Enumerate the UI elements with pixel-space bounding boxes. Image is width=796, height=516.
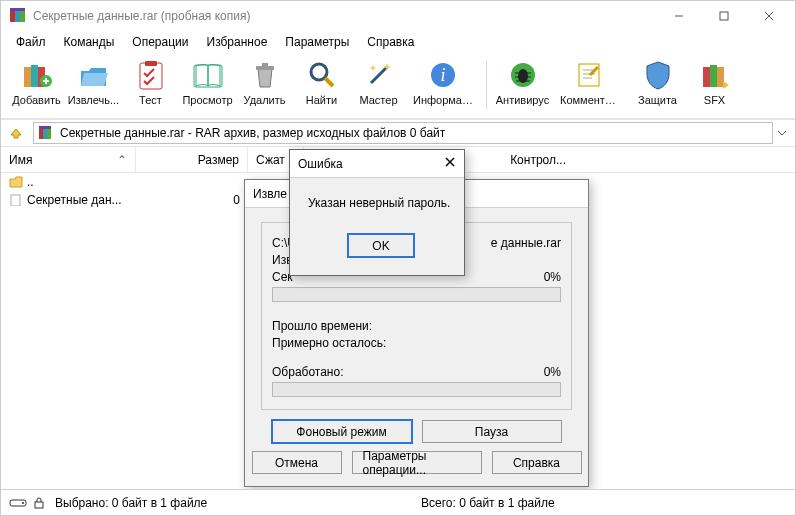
tool-view[interactable]: Просмотр <box>180 57 235 108</box>
svg-rect-12 <box>140 63 162 89</box>
tool-info-label: Информация <box>413 94 473 106</box>
column-name[interactable]: Имя⌃ <box>1 147 136 172</box>
tool-comment-label: Комментарий <box>560 94 620 106</box>
wand-icon <box>363 59 395 91</box>
books-icon <box>21 59 53 91</box>
svg-rect-8 <box>24 67 31 87</box>
statusbar: Выбрано: 0 байт в 1 файле Всего: 0 байт … <box>1 489 795 515</box>
tool-wizard[interactable]: Мастер <box>351 57 406 108</box>
error-close-button[interactable] <box>444 156 456 171</box>
up-arrow-icon <box>9 126 23 140</box>
addressbar: Секретные данные.rar - RAR архив, размер… <box>1 119 795 147</box>
svg-rect-37 <box>47 128 51 139</box>
total-progress-bar <box>272 382 561 397</box>
address-dropdown[interactable] <box>773 130 791 136</box>
info-icon: i <box>427 59 459 91</box>
status-icons <box>9 497 45 509</box>
error-ok-button[interactable]: OK <box>348 234 414 257</box>
tool-comment[interactable]: Комментарий <box>552 57 628 108</box>
checklist-icon <box>135 59 167 91</box>
svg-rect-1 <box>15 10 20 22</box>
drive-icon <box>9 497 27 509</box>
menu-operations[interactable]: Операции <box>123 33 197 51</box>
tool-extract-label: Извлечь... <box>68 94 119 106</box>
close-button[interactable] <box>746 2 791 30</box>
svg-rect-5 <box>720 12 728 20</box>
mode-button[interactable]: Параметры операции... <box>352 451 482 474</box>
svg-rect-36 <box>43 128 47 139</box>
error-dialog-titlebar[interactable]: Ошибка <box>290 150 464 178</box>
svg-rect-9 <box>31 65 38 87</box>
menu-file[interactable]: Файл <box>7 33 55 51</box>
svg-rect-44 <box>35 502 43 508</box>
file-progress-bar <box>272 287 561 302</box>
tool-find-label: Найти <box>306 94 337 106</box>
menu-commands[interactable]: Команды <box>55 33 124 51</box>
tool-wizard-label: Мастер <box>359 94 397 106</box>
svg-rect-16 <box>262 63 268 66</box>
background-button[interactable]: Фоновый режим <box>272 420 412 443</box>
titlebar: Секретные данные.rar (пробная копия) <box>1 1 795 31</box>
svg-rect-39 <box>11 195 20 206</box>
folder-icon <box>9 176 23 188</box>
status-total: Всего: 0 байт в 1 файле <box>421 496 787 510</box>
bug-icon <box>507 59 539 91</box>
address-field[interactable]: Секретные данные.rar - RAR архив, размер… <box>33 122 773 144</box>
error-message: Указан неверный пароль. <box>308 196 454 210</box>
maximize-button[interactable] <box>701 2 746 30</box>
tool-sfx[interactable]: SFX <box>687 57 742 108</box>
shield-icon <box>642 59 674 91</box>
status-selected: Выбрано: 0 байт в 1 файле <box>55 496 421 510</box>
tool-protect-label: Защита <box>638 94 677 106</box>
tool-info[interactable]: i Информация <box>408 57 478 108</box>
cancel-button[interactable]: Отмена <box>252 451 342 474</box>
toolbar: Добавить Извлечь... Тест Просмотр Удалит… <box>1 53 795 119</box>
menu-help[interactable]: Справка <box>358 33 423 51</box>
menu-options[interactable]: Параметры <box>276 33 358 51</box>
svg-line-18 <box>325 78 333 86</box>
error-dialog-title: Ошибка <box>298 157 444 171</box>
file-icon <box>9 194 23 206</box>
error-dialog: Ошибка Указан неверный пароль. OK <box>289 149 465 276</box>
svg-text:i: i <box>440 65 445 85</box>
svg-point-43 <box>22 502 24 504</box>
svg-rect-2 <box>20 10 25 22</box>
address-text: Секретные данные.rar - RAR архив, размер… <box>60 126 445 140</box>
book-open-icon <box>192 59 224 91</box>
note-icon <box>574 59 606 91</box>
svg-rect-38 <box>39 126 51 129</box>
tool-delete[interactable]: Удалить <box>237 57 292 108</box>
remaining-label: Примерно осталось: <box>272 336 386 350</box>
close-icon <box>444 156 456 168</box>
menu-favorites[interactable]: Избранное <box>198 33 277 51</box>
processed-label: Обработано: <box>272 365 344 379</box>
lock-icon <box>33 497 45 509</box>
tool-test[interactable]: Тест <box>123 57 178 108</box>
tool-sfx-label: SFX <box>704 94 725 106</box>
archive-icon <box>38 125 54 141</box>
toolbar-separator <box>486 61 487 109</box>
tool-view-label: Просмотр <box>182 94 232 106</box>
tool-find[interactable]: Найти <box>294 57 349 108</box>
help-button[interactable]: Справка <box>492 451 582 474</box>
svg-rect-33 <box>710 65 717 87</box>
svg-rect-0 <box>10 10 15 22</box>
pause-button[interactable]: Пауза <box>422 420 562 443</box>
elapsed-label: Прошло времени: <box>272 319 372 333</box>
tool-extract[interactable]: Извлечь... <box>66 57 121 108</box>
tool-add[interactable]: Добавить <box>9 57 64 108</box>
minimize-button[interactable] <box>656 2 701 30</box>
window-controls <box>656 2 791 30</box>
tool-antivirus[interactable]: Антивирус <box>495 57 550 108</box>
sfx-icon <box>699 59 731 91</box>
svg-rect-15 <box>256 66 274 70</box>
up-button[interactable] <box>5 123 27 143</box>
svg-point-17 <box>311 64 327 80</box>
svg-rect-3 <box>10 8 25 11</box>
tool-protect[interactable]: Защита <box>630 57 685 108</box>
column-size[interactable]: Размер <box>136 147 248 172</box>
window-title: Секретные данные.rar (пробная копия) <box>33 9 656 23</box>
svg-rect-13 <box>145 61 157 66</box>
trash-icon <box>249 59 281 91</box>
tool-delete-label: Удалить <box>244 94 286 106</box>
